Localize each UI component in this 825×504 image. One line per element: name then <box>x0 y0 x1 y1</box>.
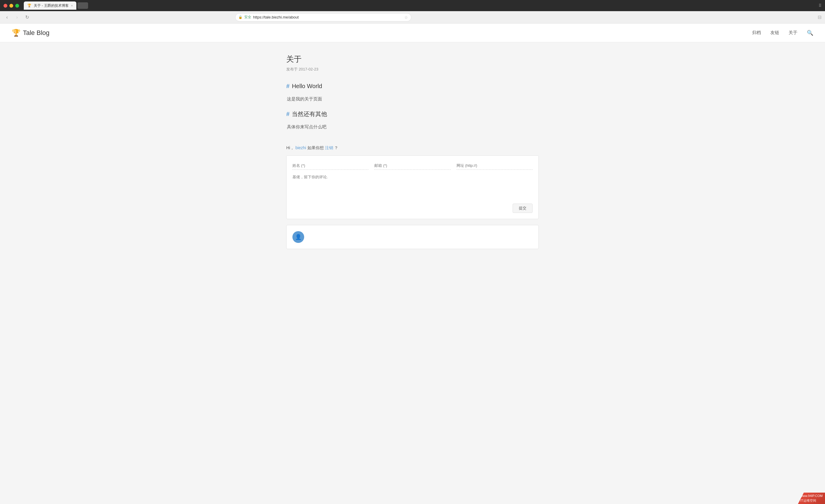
url-text: https://tale.biezhi.me/about <box>253 15 402 19</box>
address-bar: ‹ › ↻ 🔒 安全 https://tale.biezhi.me/about … <box>0 11 825 23</box>
name-field[interactable] <box>292 161 368 170</box>
section-1-title: Hello World <box>292 81 322 91</box>
logo-icon: 🏆 <box>12 29 20 37</box>
traffic-lights <box>4 4 19 8</box>
back-button[interactable]: ‹ <box>4 14 11 21</box>
site-nav: 归档 友链 关于 🔍 <box>752 30 813 36</box>
hash-icon-1: # <box>286 81 290 91</box>
comment-end-text: ？ <box>334 145 338 150</box>
section-2-title: 当然还有其他 <box>292 109 327 119</box>
close-button[interactable] <box>4 4 7 8</box>
website-field[interactable] <box>457 161 533 170</box>
tab-title: 关于 - 王爵的技术博客 <box>34 3 69 8</box>
avatar: 👤 <box>292 231 304 243</box>
nav-links[interactable]: 友链 <box>770 30 779 35</box>
refresh-button[interactable]: ↻ <box>23 14 30 21</box>
page-background: 关于 发布于 2017-02-23 # Hello World 这是我的关于页面… <box>0 42 825 504</box>
security-label: 安全 <box>244 15 251 20</box>
section-2-heading: # 当然还有其他 <box>286 109 539 119</box>
active-tab[interactable]: 🏆 关于 - 王爵的技术博客 × <box>24 1 76 10</box>
title-bar: 🏆 关于 - 王爵的技术博客 × ⠿ <box>0 0 825 11</box>
logout-link[interactable]: 注销 <box>325 145 333 150</box>
url-bar[interactable]: 🔒 安全 https://tale.biezhi.me/about ☆ <box>235 13 411 21</box>
tab-close-icon[interactable]: × <box>71 4 73 7</box>
bookmark-star-icon[interactable]: ☆ <box>404 15 408 20</box>
watermark-line1: www.94IP.COM <box>800 494 823 498</box>
new-tab-button[interactable] <box>77 2 88 9</box>
minimize-button[interactable] <box>9 4 13 8</box>
article-date: 发布于 2017-02-23 <box>286 67 539 72</box>
comment-form: 提交 <box>286 155 539 219</box>
section-1-para: 这是我的关于页面 <box>287 95 539 103</box>
section-2-para: 具体你来写点什么吧 <box>287 123 539 131</box>
form-actions: 提交 <box>292 204 533 213</box>
section-1-heading: # Hello World <box>286 81 539 91</box>
tab-favicon: 🏆 <box>27 4 31 8</box>
window-controls: ⠿ <box>819 3 821 8</box>
forward-button[interactable]: › <box>13 14 20 21</box>
maximize-button[interactable] <box>15 4 19 8</box>
bookmarks-icon[interactable]: ⊟ <box>818 14 821 20</box>
site-logo[interactable]: 🏆 Tale Blog <box>12 29 50 37</box>
comment-intro: Hi， biezhi 如果你想 注销 ？ <box>286 145 539 151</box>
email-field[interactable] <box>374 161 450 170</box>
avatar-icon: 👤 <box>295 234 302 240</box>
hash-icon-2: # <box>286 109 290 119</box>
nav-archive[interactable]: 归档 <box>752 30 761 35</box>
comment-textarea[interactable] <box>292 174 533 198</box>
tab-bar: 🏆 关于 - 王爵的技术博客 × <box>24 1 88 10</box>
site-header: 🏆 Tale Blog 归档 友链 关于 🔍 <box>0 23 825 42</box>
bottom-comment-section: 👤 <box>286 225 539 249</box>
comment-section: Hi， biezhi 如果你想 注销 ？ 提交 <box>286 145 539 249</box>
search-icon[interactable]: 🔍 <box>807 30 813 36</box>
comment-middle-text: 如果你想 <box>307 145 324 150</box>
textarea-wrapper <box>292 174 533 199</box>
watermark-line2: IT运维空间 <box>800 498 823 503</box>
lock-icon: 🔒 <box>238 15 242 19</box>
nav-about[interactable]: 关于 <box>789 30 798 35</box>
main-content: 关于 发布于 2017-02-23 # Hello World 这是我的关于页面… <box>280 42 545 267</box>
article-body: # Hello World 这是我的关于页面 # 当然还有其他 具体你来写点什么… <box>286 81 539 131</box>
comment-username[interactable]: biezhi <box>295 145 306 150</box>
comment-intro-text: Hi， <box>286 145 294 150</box>
form-fields-row <box>292 161 533 170</box>
submit-button[interactable]: 提交 <box>513 204 533 213</box>
logo-text: Tale Blog <box>23 29 50 37</box>
article-title: 关于 <box>286 54 539 64</box>
window-menu-icon: ⠿ <box>819 3 821 8</box>
